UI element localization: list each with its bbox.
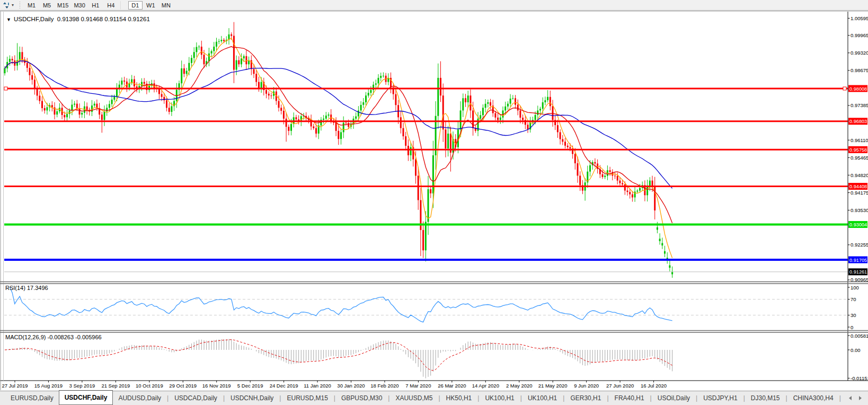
svg-text:27 Jun 2020: 27 Jun 2020	[606, 383, 634, 389]
toolbar-separator	[120, 1, 126, 10]
tab-ger30-h1[interactable]: GER30,H1	[565, 391, 606, 405]
svg-text:24 Dec 2019: 24 Dec 2019	[270, 383, 298, 389]
svg-text:21 Sep 2019: 21 Sep 2019	[101, 383, 130, 389]
tab-usdjpy-h1[interactable]: USDJPY,H1	[698, 391, 742, 405]
timeframe-button-MN[interactable]: MN	[159, 1, 173, 10]
tab-dj30-m15[interactable]: DJ30,M15	[746, 391, 785, 405]
chart-collapse-arrow[interactable]: ▼	[6, 17, 11, 22]
chart-tabs: EURUSD,DailyUSDCHF,DailyAUDUSD,Daily|USD…	[5, 391, 842, 405]
tab-scroll-right-icon[interactable]	[859, 396, 862, 400]
macd-label: MACD(12,26,9) -0.008263 -0.005966	[5, 334, 102, 340]
svg-text:-0.01151: -0.01151	[851, 375, 868, 381]
svg-text:5 Dec 2019: 5 Dec 2019	[237, 383, 263, 389]
toolbar: ▾ M1M5M15M30H1H4D1W1MN	[0, 0, 868, 11]
timeframe-buttons: M1M5M15M30H1H4D1W1MN	[24, 0, 174, 11]
tab-usoil-daily[interactable]: USOil,Daily	[652, 391, 695, 405]
chart-title: ▼ USDCHF,Daily 0.91398 0.91468 0.91154 0…	[6, 16, 150, 22]
svg-text:30: 30	[851, 312, 856, 318]
candlestick-chart[interactable]: 0.980080.968030.957580.944080.930040.917…	[0, 11, 868, 391]
svg-text:70: 70	[851, 296, 856, 302]
svg-text:11 Jan 2020: 11 Jan 2020	[304, 383, 331, 389]
svg-text:15 Aug 2019: 15 Aug 2019	[34, 383, 63, 389]
timeframe-button-M30[interactable]: M30	[72, 1, 87, 10]
tab-audusd-daily[interactable]: AUDUSD,Daily	[113, 391, 166, 405]
chart-background[interactable]	[0, 11, 868, 391]
svg-text:0.98675: 0.98675	[851, 67, 868, 73]
svg-text:0.91705: 0.91705	[849, 258, 867, 263]
svg-text:10 Oct 2019: 10 Oct 2019	[136, 383, 163, 389]
tab-usdchf-daily[interactable]: USDCHF,Daily	[59, 390, 113, 405]
svg-text:0.94820: 0.94820	[851, 172, 868, 178]
tab-uk100-h1[interactable]: UK100,H1	[480, 391, 519, 405]
chart-window: 0.980080.968030.957580.944080.930040.917…	[0, 11, 868, 391]
svg-text:2 May 2020: 2 May 2020	[506, 383, 533, 389]
tab-xauusd-m5[interactable]: XAUUSD,M5	[390, 391, 438, 405]
svg-text:0.93530: 0.93530	[851, 207, 868, 213]
svg-text:18 Feb 2020: 18 Feb 2020	[370, 383, 398, 389]
svg-text:9 Jun 2020: 9 Jun 2020	[574, 383, 599, 389]
chart-tab-bar: EURUSD,DailyUSDCHF,DailyAUDUSD,Daily|USD…	[0, 391, 868, 405]
svg-text:0.96803: 0.96803	[849, 119, 867, 124]
svg-text:0.94408: 0.94408	[849, 184, 867, 189]
svg-text:0.93004: 0.93004	[849, 222, 867, 227]
tab-usdcnh-daily[interactable]: USDCNH,Daily	[225, 391, 279, 405]
svg-text:27 Jul 2019: 27 Jul 2019	[2, 383, 28, 389]
svg-text:0.92255: 0.92255	[851, 242, 868, 248]
svg-text:0.00: 0.00	[851, 347, 861, 353]
svg-text:16 Jul 2020: 16 Jul 2020	[641, 383, 667, 389]
svg-text:3 Sep 2019: 3 Sep 2019	[69, 383, 95, 389]
svg-text:1.00595: 1.00595	[851, 15, 868, 21]
tab-scroll-left-icon[interactable]	[849, 396, 852, 400]
tab-eurusd-daily[interactable]: EURUSD,Daily	[5, 391, 59, 405]
tab-eurusd-m15[interactable]: EURUSD,M15	[281, 391, 333, 405]
chart-title-text: USDCHF,Daily 0.91398 0.91468 0.91154 0.9…	[14, 16, 150, 22]
svg-text:0.005818: 0.005818	[851, 333, 868, 339]
svg-text:14 Apr 2020: 14 Apr 2020	[472, 383, 499, 389]
svg-text:0.95758: 0.95758	[849, 147, 867, 153]
timeframe-button-M5[interactable]: M5	[40, 1, 54, 10]
svg-text:0.97385: 0.97385	[851, 102, 868, 108]
tab-gbpusd-m30[interactable]: GBPUSD,M30	[336, 391, 387, 405]
svg-text:100: 100	[851, 285, 859, 290]
svg-text:30 Jan 2020: 30 Jan 2020	[337, 383, 365, 389]
tab-scroll-controls	[842, 391, 868, 405]
timeframe-button-M15[interactable]: M15	[55, 1, 70, 10]
timeframe-button-M1[interactable]: M1	[24, 1, 39, 10]
tab-china300-h4[interactable]: CHINA300,H4	[788, 391, 839, 405]
timeframe-button-H4[interactable]: H4	[104, 1, 118, 10]
svg-text:0.95465: 0.95465	[851, 155, 868, 161]
svg-text:0.96110: 0.96110	[851, 137, 868, 143]
svg-text:0.99320: 0.99320	[851, 50, 868, 56]
svg-text:0: 0	[851, 324, 853, 330]
svg-text:26 Mar 2020: 26 Mar 2020	[438, 383, 466, 389]
timeframe-button-H1[interactable]: H1	[88, 1, 103, 10]
svg-text:0.99965: 0.99965	[851, 32, 868, 38]
svg-text:29 Oct 2019: 29 Oct 2019	[169, 383, 197, 389]
tab-usdcad-daily[interactable]: USDCAD,Daily	[169, 391, 223, 405]
tab-uk100-h1[interactable]: UK100,H1	[522, 391, 562, 405]
timeframe-button-D1[interactable]: D1	[128, 1, 143, 10]
svg-text:0.94175: 0.94175	[851, 190, 868, 196]
tab-separator: |	[839, 391, 842, 405]
svg-text:0.98008: 0.98008	[849, 86, 867, 92]
svg-text:7 Mar 2020: 7 Mar 2020	[405, 383, 431, 389]
timeframes-icon	[3, 2, 11, 9]
tab-fra40-h1[interactable]: FRA40,H1	[609, 391, 650, 405]
svg-text:0.91261: 0.91261	[849, 269, 867, 275]
svg-text:21 May 2020: 21 May 2020	[538, 383, 568, 389]
timeframe-button-W1[interactable]: W1	[144, 1, 158, 10]
chevron-down-icon[interactable]: ▾	[12, 2, 14, 9]
svg-text:16 Nov 2019: 16 Nov 2019	[202, 383, 231, 389]
tab-bar-lead	[0, 391, 5, 405]
rsi-label: RSI(14) 17.3496	[5, 285, 48, 291]
toolbar-grip-handle[interactable]	[19, 2, 21, 9]
tab-hk50-h1[interactable]: HK50,H1	[441, 391, 477, 405]
timeframes-menu[interactable]: ▾	[2, 1, 15, 10]
